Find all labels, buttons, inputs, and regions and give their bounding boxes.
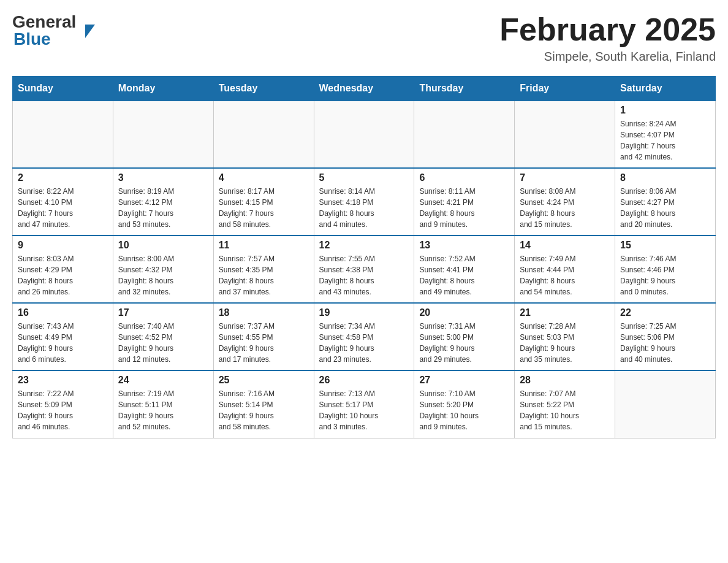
day-info: Sunrise: 7:07 AM Sunset: 5:22 PM Dayligh…	[520, 388, 610, 432]
day-number: 17	[118, 307, 208, 318]
day-info: Sunrise: 7:31 AM Sunset: 5:00 PM Dayligh…	[419, 321, 509, 365]
calendar-day-cell: 4Sunrise: 8:17 AM Sunset: 4:15 PM Daylig…	[213, 168, 314, 236]
calendar-day-cell: 10Sunrise: 8:00 AM Sunset: 4:32 PM Dayli…	[113, 236, 213, 303]
calendar-day-cell: 24Sunrise: 7:19 AM Sunset: 5:11 PM Dayli…	[113, 370, 213, 438]
svg-marker-0	[85, 25, 95, 38]
calendar-day-cell: 5Sunrise: 8:14 AM Sunset: 4:18 PM Daylig…	[314, 168, 414, 236]
calendar-day-cell: 14Sunrise: 7:49 AM Sunset: 4:44 PM Dayli…	[515, 236, 615, 303]
page-header: General Blue February 2025 Simpele, Sout…	[12, 12, 716, 64]
calendar-day-cell: 28Sunrise: 7:07 AM Sunset: 5:22 PM Dayli…	[515, 370, 615, 438]
day-number: 1	[620, 105, 710, 116]
calendar-day-cell: 7Sunrise: 8:08 AM Sunset: 4:24 PM Daylig…	[515, 168, 615, 236]
calendar-day-cell	[13, 101, 113, 168]
calendar-day-cell: 12Sunrise: 7:55 AM Sunset: 4:38 PM Dayli…	[314, 236, 414, 303]
calendar-day-cell: 1Sunrise: 8:24 AM Sunset: 4:07 PM Daylig…	[615, 101, 716, 168]
day-info: Sunrise: 7:43 AM Sunset: 4:49 PM Dayligh…	[18, 321, 108, 365]
calendar-day-cell: 15Sunrise: 7:46 AM Sunset: 4:46 PM Dayli…	[615, 236, 716, 303]
day-info: Sunrise: 8:11 AM Sunset: 4:21 PM Dayligh…	[419, 186, 509, 230]
calendar-day-cell: 8Sunrise: 8:06 AM Sunset: 4:27 PM Daylig…	[615, 168, 716, 236]
calendar-day-cell: 23Sunrise: 7:22 AM Sunset: 5:09 PM Dayli…	[13, 370, 113, 438]
logo: General Blue	[12, 12, 85, 49]
day-info: Sunrise: 7:37 AM Sunset: 4:55 PM Dayligh…	[219, 321, 309, 365]
day-info: Sunrise: 8:14 AM Sunset: 4:18 PM Dayligh…	[319, 186, 409, 230]
day-number: 11	[219, 240, 309, 251]
day-number: 25	[219, 375, 309, 386]
day-info: Sunrise: 7:34 AM Sunset: 4:58 PM Dayligh…	[319, 321, 409, 365]
title-section: February 2025 Simpele, South Karelia, Fi…	[499, 12, 716, 64]
calendar-day-cell: 16Sunrise: 7:43 AM Sunset: 4:49 PM Dayli…	[13, 303, 113, 370]
day-number: 13	[419, 240, 509, 251]
day-number: 26	[319, 375, 409, 386]
day-info: Sunrise: 8:08 AM Sunset: 4:24 PM Dayligh…	[520, 186, 610, 230]
day-info: Sunrise: 8:24 AM Sunset: 4:07 PM Dayligh…	[620, 118, 710, 163]
day-info: Sunrise: 7:55 AM Sunset: 4:38 PM Dayligh…	[319, 253, 409, 297]
calendar-day-cell	[213, 101, 314, 168]
calendar-day-cell	[314, 101, 414, 168]
calendar-day-cell	[414, 101, 515, 168]
day-number: 5	[319, 172, 409, 183]
month-title: February 2025	[499, 12, 716, 47]
location-subtitle: Simpele, South Karelia, Finland	[499, 50, 716, 64]
calendar-day-cell	[515, 101, 615, 168]
day-info: Sunrise: 7:10 AM Sunset: 5:20 PM Dayligh…	[419, 388, 509, 432]
calendar-table: Sunday Monday Tuesday Wednesday Thursday…	[12, 76, 716, 439]
col-sunday: Sunday	[13, 77, 113, 101]
day-number: 20	[419, 307, 509, 318]
day-number: 22	[620, 307, 710, 318]
calendar-week-row: 9Sunrise: 8:03 AM Sunset: 4:29 PM Daylig…	[13, 236, 716, 303]
col-saturday: Saturday	[615, 77, 716, 101]
calendar-week-row: 2Sunrise: 8:22 AM Sunset: 4:10 PM Daylig…	[13, 168, 716, 236]
calendar-day-cell: 22Sunrise: 7:25 AM Sunset: 5:06 PM Dayli…	[615, 303, 716, 370]
calendar-day-cell: 21Sunrise: 7:28 AM Sunset: 5:03 PM Dayli…	[515, 303, 615, 370]
day-info: Sunrise: 7:22 AM Sunset: 5:09 PM Dayligh…	[18, 388, 108, 432]
calendar-day-cell: 20Sunrise: 7:31 AM Sunset: 5:00 PM Dayli…	[414, 303, 515, 370]
col-friday: Friday	[515, 77, 615, 101]
calendar-day-cell: 18Sunrise: 7:37 AM Sunset: 4:55 PM Dayli…	[213, 303, 314, 370]
day-number: 3	[118, 172, 208, 183]
day-number: 16	[18, 307, 108, 318]
day-number: 4	[219, 172, 309, 183]
calendar-week-row: 16Sunrise: 7:43 AM Sunset: 4:49 PM Dayli…	[13, 303, 716, 370]
day-number: 15	[620, 240, 710, 251]
day-number: 24	[118, 375, 208, 386]
day-number: 14	[520, 240, 610, 251]
day-number: 7	[520, 172, 610, 183]
day-number: 9	[18, 240, 108, 251]
day-info: Sunrise: 8:00 AM Sunset: 4:32 PM Dayligh…	[118, 253, 208, 297]
calendar-day-cell: 11Sunrise: 7:57 AM Sunset: 4:35 PM Dayli…	[213, 236, 314, 303]
day-number: 27	[419, 375, 509, 386]
day-info: Sunrise: 8:22 AM Sunset: 4:10 PM Dayligh…	[18, 186, 108, 230]
day-info: Sunrise: 7:40 AM Sunset: 4:52 PM Dayligh…	[118, 321, 208, 365]
day-info: Sunrise: 7:16 AM Sunset: 5:14 PM Dayligh…	[219, 388, 309, 432]
day-info: Sunrise: 8:06 AM Sunset: 4:27 PM Dayligh…	[620, 186, 710, 230]
calendar-day-cell: 13Sunrise: 7:52 AM Sunset: 4:41 PM Dayli…	[414, 236, 515, 303]
day-number: 21	[520, 307, 610, 318]
calendar-day-cell: 19Sunrise: 7:34 AM Sunset: 4:58 PM Dayli…	[314, 303, 414, 370]
day-number: 12	[319, 240, 409, 251]
day-info: Sunrise: 7:28 AM Sunset: 5:03 PM Dayligh…	[520, 321, 610, 365]
day-info: Sunrise: 7:13 AM Sunset: 5:17 PM Dayligh…	[319, 388, 409, 432]
day-number: 10	[118, 240, 208, 251]
calendar-day-cell: 2Sunrise: 8:22 AM Sunset: 4:10 PM Daylig…	[13, 168, 113, 236]
calendar-day-cell: 9Sunrise: 8:03 AM Sunset: 4:29 PM Daylig…	[13, 236, 113, 303]
col-wednesday: Wednesday	[314, 77, 414, 101]
col-tuesday: Tuesday	[213, 77, 314, 101]
col-thursday: Thursday	[414, 77, 515, 101]
calendar-day-cell: 26Sunrise: 7:13 AM Sunset: 5:17 PM Dayli…	[314, 370, 414, 438]
calendar-day-cell: 6Sunrise: 8:11 AM Sunset: 4:21 PM Daylig…	[414, 168, 515, 236]
day-number: 6	[419, 172, 509, 183]
day-number: 8	[620, 172, 710, 183]
logo-blue-text: Blue	[13, 29, 51, 49]
calendar-day-cell: 17Sunrise: 7:40 AM Sunset: 4:52 PM Dayli…	[113, 303, 213, 370]
day-info: Sunrise: 7:46 AM Sunset: 4:46 PM Dayligh…	[620, 253, 710, 297]
day-number: 28	[520, 375, 610, 386]
day-number: 2	[18, 172, 108, 183]
day-info: Sunrise: 7:57 AM Sunset: 4:35 PM Dayligh…	[219, 253, 309, 297]
day-number: 19	[319, 307, 409, 318]
calendar-week-row: 1Sunrise: 8:24 AM Sunset: 4:07 PM Daylig…	[13, 101, 716, 168]
day-info: Sunrise: 8:19 AM Sunset: 4:12 PM Dayligh…	[118, 186, 208, 230]
calendar-day-cell: 25Sunrise: 7:16 AM Sunset: 5:14 PM Dayli…	[213, 370, 314, 438]
day-info: Sunrise: 7:52 AM Sunset: 4:41 PM Dayligh…	[419, 253, 509, 297]
day-info: Sunrise: 8:03 AM Sunset: 4:29 PM Dayligh…	[18, 253, 108, 297]
day-number: 23	[18, 375, 108, 386]
